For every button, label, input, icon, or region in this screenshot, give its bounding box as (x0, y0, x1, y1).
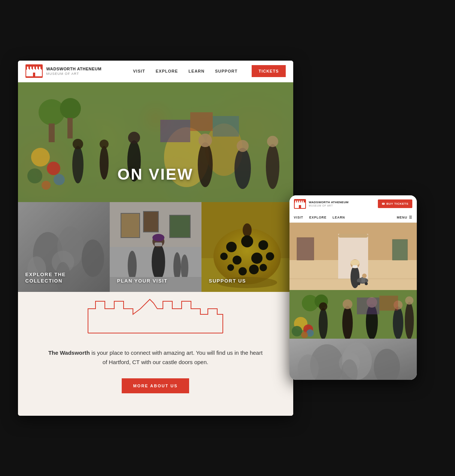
mobile-nav-top: WADSWORTH ATHENEUM MUSEUM OF ART 🎟 Buy T… (289, 195, 417, 213)
svg-rect-85 (299, 201, 300, 203)
nav-links: VISIT EXPLORE LEARN SUPPORT TICKETS (133, 65, 285, 77)
mobile-logo-text: WADSWORTH ATHENEUM MUSEUM OF ART (309, 201, 375, 207)
svg-point-99 (351, 260, 360, 266)
nav-logo-title: WADSWORTH ATHENEUM (46, 67, 102, 71)
hero-title: ON VIEW (117, 165, 193, 183)
mobile-on-view-svg (289, 290, 417, 339)
mobile-ticket-icon: 🎟 (382, 202, 385, 205)
nav-link-visit[interactable]: VISIT (133, 69, 145, 73)
mobile-nav-link-explore[interactable]: EXPLORE (309, 216, 327, 219)
svg-rect-86 (301, 201, 302, 203)
mobile-gallery-section (289, 223, 417, 290)
more-about-us-button[interactable]: MORE ABOUT US (122, 378, 189, 393)
svg-rect-12 (33, 73, 35, 76)
mobile-logo-title: WADSWORTH ATHENEUM (309, 201, 375, 204)
grid-item-explore[interactable]: EXPLORE THECOLLECTION (18, 202, 110, 292)
grid-item-label-1: EXPLORE THECOLLECTION (25, 272, 66, 284)
svg-point-101 (357, 282, 360, 285)
nav-logo: WADSWORTH ATHENEUM MUSEUM OF ART (25, 64, 102, 78)
image-grid: EXPLORE THECOLLECTION (18, 202, 293, 292)
about-body-rest: is your place to connect with amazing ar… (90, 350, 263, 366)
mobile-nav-link-learn[interactable]: LEARN (333, 216, 345, 219)
nav-logo-sub: MUSEUM OF ART (46, 72, 102, 76)
castle-outline-svg (84, 292, 227, 337)
mobile-explore-section: EXPLORE THECOLLECTION (289, 339, 417, 380)
mobile-menu-label: MENU (397, 216, 407, 219)
about-body-text: The Wadsworth is your place to connect w… (48, 348, 263, 367)
nav-link-learn[interactable]: LEARN (188, 69, 204, 73)
mobile-nav-link-visit[interactable]: VISIT (294, 216, 303, 219)
svg-rect-127 (289, 290, 417, 339)
svg-rect-105 (352, 265, 358, 268)
nav-link-explore[interactable]: EXPLORE (156, 69, 178, 73)
svg-point-102 (365, 282, 368, 285)
about-bold: The Wadsworth (48, 350, 90, 356)
grid-item-support[interactable]: SUPPORT US (201, 202, 293, 292)
mobile-device: WADSWORTH ATHENEUM MUSEUM OF ART 🎟 Buy T… (289, 195, 417, 380)
mobile-tickets-label: Buy Tickets (386, 202, 409, 205)
scene: WADSWORTH ATHENEUM MUSEUM OF ART VISIT E… (18, 61, 437, 416)
grid-item-visit[interactable]: PLAN YOUR VISIT (110, 202, 201, 292)
svg-rect-9 (36, 67, 37, 70)
svg-rect-93 (338, 234, 368, 238)
mobile-tickets-button[interactable]: 🎟 Buy Tickets (378, 199, 412, 208)
mobile-explore-svg (289, 339, 417, 380)
grid-item-label-3: SUPPORT US (209, 278, 246, 284)
svg-rect-8 (33, 67, 34, 70)
grid-item-label-2: PLAN YOUR VISIT (117, 278, 168, 284)
hero-section: ON VIEW (18, 82, 293, 202)
svg-rect-84 (297, 201, 298, 203)
svg-rect-7 (30, 67, 31, 70)
mobile-menu-button[interactable]: MENU ☰ (397, 216, 412, 219)
mobile-logo-icon (294, 199, 306, 209)
svg-rect-136 (289, 339, 417, 380)
svg-rect-88 (299, 205, 301, 208)
mobile-logo-sub: MUSEUM OF ART (309, 204, 375, 207)
svg-rect-6 (27, 67, 28, 70)
svg-rect-83 (295, 201, 296, 203)
svg-point-104 (362, 274, 367, 278)
nav-link-support[interactable]: SUPPORT (215, 69, 237, 73)
hero-overlay (18, 82, 293, 202)
mobile-on-view-section: ON VIEW (289, 290, 417, 339)
desktop-browser: WADSWORTH ATHENEUM MUSEUM OF ART VISIT E… (18, 61, 293, 416)
desktop-nav: WADSWORTH ATHENEUM MUSEUM OF ART VISIT E… (18, 61, 293, 82)
svg-rect-96 (392, 239, 407, 260)
mobile-hamburger-icon: ☰ (409, 216, 412, 219)
mobile-gallery-svg (289, 223, 417, 290)
about-section: The Wadsworth is your place to connect w… (18, 292, 293, 416)
svg-rect-95 (297, 238, 314, 260)
nav-tickets-button[interactable]: TICKETS (252, 65, 285, 77)
nav-logo-text: WADSWORTH ATHENEUM MUSEUM OF ART (46, 67, 102, 75)
svg-rect-10 (39, 67, 40, 70)
svg-rect-87 (303, 201, 304, 203)
mobile-nav-links: VISIT EXPLORE LEARN MENU ☰ (289, 213, 417, 223)
logo-icon (25, 64, 43, 78)
